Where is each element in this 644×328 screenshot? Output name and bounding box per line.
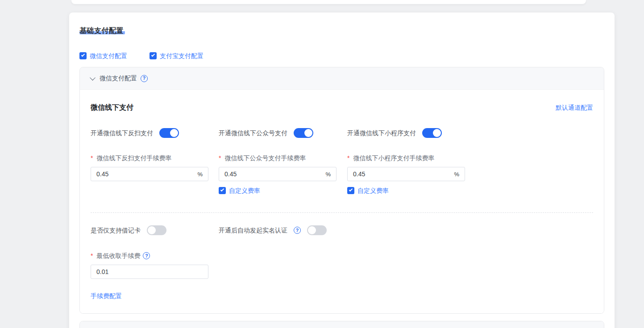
wechat-pay-config-checkbox-label: 微信支付配置 — [90, 52, 127, 59]
toggle-knob — [170, 129, 178, 137]
offline-payment-section-head: 微信线下支付 默认通道配置 — [91, 103, 593, 112]
alipay-panel-header[interactable]: 支付宝支付配置 — [80, 321, 604, 328]
check-icon — [220, 188, 224, 191]
alipay-config-panel: 支付宝支付配置 — [79, 321, 604, 328]
check-icon — [151, 53, 154, 57]
min-fee-input-wrap — [91, 265, 208, 279]
mini-program-rate-label: *微信线下小程序支付手续费率 — [347, 155, 593, 162]
reverse-scan-toggle[interactable] — [159, 128, 179, 138]
page-title-text: 基础支付配置 — [79, 27, 125, 34]
toggle-knob — [308, 226, 316, 234]
help-icon[interactable]: ? — [294, 227, 301, 234]
fee-config-link[interactable]: 手续费配置 — [91, 292, 122, 300]
mini-program-custom-rate-checkbox[interactable]: 自定义费率 — [347, 187, 593, 194]
official-account-rate-input-wrap: % — [219, 167, 337, 181]
debit-only-toggle-cell: 是否仅支持借记卡 — [91, 225, 219, 235]
realname-auth-toggle-label: 开通后自动发起实名认证 — [219, 225, 287, 235]
mini-program-rate-field: *微信线下小程序支付手续费率 % 自定义费率 — [347, 155, 593, 194]
official-account-rate-label: *微信线下公众号支付手续费率 — [219, 155, 347, 162]
mini-program-rate-input-wrap: % — [347, 167, 465, 181]
custom-rate-label: 自定义费率 — [229, 187, 260, 194]
wechat-panel-body: 微信线下支付 默认通道配置 开通微信线下反扫支付 开通微信线下公众号支付 开通微… — [80, 90, 604, 313]
min-fee-input[interactable] — [96, 268, 203, 275]
basic-payment-config-card: 基础支付配置 微信支付配置 支付宝支付配置 微信支付配置 ? 微信线下支付 默认… — [69, 12, 615, 328]
reverse-scan-rate-label: *微信线下反扫支付手续费率 — [91, 155, 219, 162]
percent-suffix: % — [325, 171, 331, 178]
checkbox-checked-icon[interactable] — [79, 52, 87, 59]
page-title: 基础支付配置 — [79, 26, 604, 35]
reverse-scan-rate-label-text: 微信线下反扫支付手续费率 — [96, 155, 171, 162]
reverse-scan-toggle-cell: 开通微信线下反扫支付 — [91, 128, 219, 138]
chevron-down-icon[interactable] — [90, 75, 96, 81]
checkbox-checked-icon[interactable] — [219, 187, 226, 194]
mini-program-toggle[interactable] — [422, 128, 442, 138]
wechat-panel-header[interactable]: 微信支付配置 ? — [80, 67, 604, 90]
help-icon[interactable]: ? — [143, 252, 150, 259]
dashed-divider — [91, 212, 593, 213]
mini-program-rate-label-text: 微信线下小程序支付手续费率 — [353, 155, 434, 162]
open-payment-toggles-row: 开通微信线下反扫支付 开通微信线下公众号支付 开通微信线下小程序支付 — [91, 128, 593, 138]
percent-suffix: % — [197, 171, 203, 178]
toggle-knob — [148, 226, 156, 234]
reverse-scan-rate-input-wrap: % — [91, 167, 208, 181]
realname-auth-toggle[interactable] — [307, 225, 327, 235]
toggle-knob — [304, 129, 312, 137]
help-icon[interactable]: ? — [141, 75, 148, 82]
required-mark: * — [347, 155, 349, 162]
min-fee-label-text: 最低收取手续费 — [96, 253, 140, 259]
wechat-panel-title: 微信支付配置 — [100, 75, 137, 83]
mini-program-rate-input[interactable] — [353, 170, 454, 178]
official-account-custom-rate-checkbox[interactable]: 自定义费率 — [219, 187, 347, 194]
rate-fields-row: *微信线下反扫支付手续费率 % *微信线下公众号支付手续费率 % 自定义费率 — [91, 155, 593, 194]
check-icon — [349, 188, 352, 191]
official-account-toggle-cell: 开通微信线下公众号支付 — [219, 128, 347, 138]
reverse-scan-rate-input[interactable] — [96, 170, 197, 178]
debit-only-toggle-label: 是否仅支持借记卡 — [91, 225, 141, 235]
payment-type-checkbox-row: 微信支付配置 支付宝支付配置 — [79, 52, 604, 59]
alipay-config-checkbox-label: 支付宝支付配置 — [160, 52, 204, 59]
official-account-toggle-label: 开通微信线下公众号支付 — [219, 128, 287, 138]
extra-toggles-row: 是否仅支持借记卡 开通后自动发起实名认证 ? — [91, 225, 593, 235]
official-account-rate-field: *微信线下公众号支付手续费率 % 自定义费率 — [219, 155, 347, 194]
offline-payment-section-title: 微信线下支付 — [91, 103, 133, 112]
toggle-knob — [433, 129, 441, 137]
official-account-rate-input[interactable] — [224, 170, 325, 178]
min-fee-label: * 最低收取手续费 ? — [91, 252, 593, 259]
checkbox-checked-icon[interactable] — [347, 187, 354, 194]
debit-only-toggle[interactable] — [147, 225, 166, 235]
wechat-pay-config-panel: 微信支付配置 ? 微信线下支付 默认通道配置 开通微信线下反扫支付 开通微信线下… — [79, 67, 604, 314]
reverse-scan-rate-field: *微信线下反扫支付手续费率 % — [91, 155, 219, 181]
reverse-scan-toggle-label: 开通微信线下反扫支付 — [91, 128, 153, 138]
required-mark: * — [91, 155, 93, 162]
realname-auth-toggle-cell: 开通后自动发起实名认证 ? — [219, 225, 347, 235]
previous-card-bottom-edge — [71, 0, 586, 4]
check-icon — [81, 53, 84, 57]
checkbox-checked-icon[interactable] — [150, 52, 157, 59]
official-account-rate-label-text: 微信线下公众号支付手续费率 — [224, 155, 306, 162]
alipay-config-checkbox[interactable]: 支付宝支付配置 — [150, 52, 204, 59]
wechat-pay-config-checkbox[interactable]: 微信支付配置 — [79, 52, 127, 59]
required-mark: * — [91, 253, 93, 259]
percent-suffix: % — [454, 171, 459, 178]
official-account-toggle[interactable] — [294, 128, 313, 138]
required-mark: * — [219, 155, 221, 162]
mini-program-toggle-cell: 开通微信线下小程序支付 — [347, 128, 593, 138]
custom-rate-label: 自定义费率 — [357, 187, 389, 194]
default-channel-config-link[interactable]: 默认通道配置 — [556, 104, 593, 112]
mini-program-toggle-label: 开通微信线下小程序支付 — [347, 128, 416, 138]
